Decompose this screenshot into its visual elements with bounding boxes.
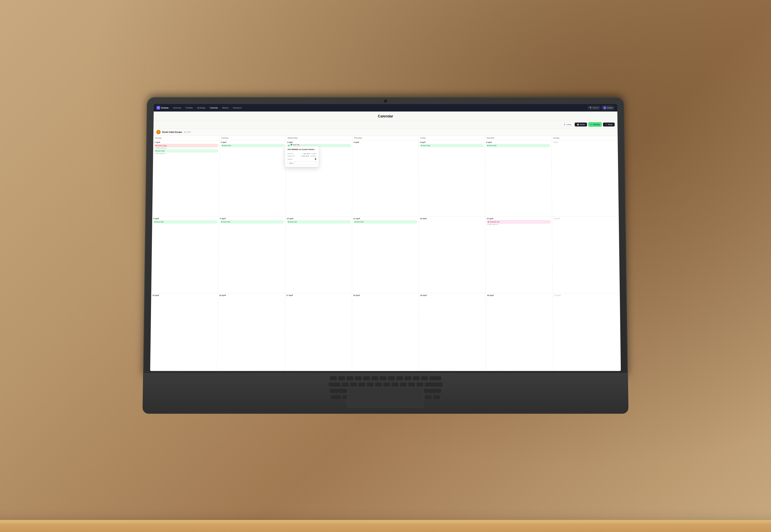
app-chrome: C Cosmo Overview Portfolio Bookings Cale… xyxy=(150,104,621,371)
tooltip-guest-chip: Noah Patel xyxy=(289,143,301,146)
nav-research[interactable]: Research xyxy=(232,106,242,109)
event-noah-11[interactable]: Noah Patel xyxy=(353,220,417,223)
page-title: Calendar xyxy=(154,114,617,118)
key xyxy=(328,382,341,387)
screen-lid: C Cosmo Overview Portfolio Bookings Cale… xyxy=(143,97,628,377)
calendar-container: 🏠 Rustin Cabin Escape Apr 2024 Monday Tu… xyxy=(150,128,621,371)
month-button[interactable]: 📅 Month xyxy=(575,122,587,126)
key xyxy=(350,382,357,387)
tooltip-view-button[interactable]: View ↗ xyxy=(288,161,316,165)
nav-overview[interactable]: Overview xyxy=(172,106,182,109)
logo: C Cosmo xyxy=(156,106,168,110)
tooltip-guests-row: Guests 8 xyxy=(288,158,316,161)
event-noah-2[interactable]: Noah Patel xyxy=(221,144,285,147)
logo-icon: C xyxy=(156,106,160,110)
key xyxy=(330,376,337,380)
week-row-3: 15 April 16 April 17 April xyxy=(150,293,621,371)
event-alexander-13[interactable]: Alexander Smi... xyxy=(487,220,551,223)
key xyxy=(400,382,407,387)
header-wednesday: Wednesday xyxy=(286,136,352,140)
dot xyxy=(421,145,422,146)
key xyxy=(421,376,428,380)
listing-label: Listing xyxy=(566,123,571,125)
dot xyxy=(156,150,157,151)
header-monday: Monday xyxy=(153,136,220,140)
key xyxy=(358,382,365,387)
day-4-april: 4 April xyxy=(352,140,419,216)
week-row-1: 1 April Jackson Nguy... ⊙ 10AM Check Out xyxy=(152,140,619,217)
key xyxy=(342,382,349,387)
nav-calendar[interactable]: Calendar xyxy=(209,106,219,109)
week-row-2: 8 April Noah Patel 9 April xyxy=(151,217,620,294)
key xyxy=(429,376,441,380)
nav-links: Overview Portfolio Bookings Calendar Met… xyxy=(172,106,584,109)
dot xyxy=(155,221,156,222)
search-label: Search xyxy=(593,107,598,109)
header-sunday: Sunday xyxy=(551,136,618,140)
tooltip-checkout-row: Check Out 12 Apr 2024 10:00am xyxy=(288,155,316,157)
wooden-shelf xyxy=(0,520,771,532)
key xyxy=(396,376,403,380)
block-icon: 🚫 xyxy=(605,123,607,125)
key xyxy=(383,382,390,387)
booking-button[interactable]: ＋ Booking xyxy=(588,122,602,127)
booking-tooltip: Noah Patel #CH-0000001 on Cosmo Homes Ch… xyxy=(285,146,319,167)
block-label: Block xyxy=(608,123,613,125)
event-noah-5[interactable]: Noah Patel xyxy=(420,144,484,147)
calendar-icon: 📅 xyxy=(577,123,579,125)
block-button[interactable]: 🚫 Block xyxy=(603,122,615,126)
nav-portfolio[interactable]: Portfolio xyxy=(185,106,194,109)
key xyxy=(375,382,382,387)
header-tuesday: Tuesday xyxy=(220,136,286,140)
key xyxy=(413,376,420,380)
calendar-body: 1 April Jackson Nguy... ⊙ 10AM Check Out xyxy=(150,140,621,371)
key xyxy=(366,382,374,387)
event-noah-1[interactable]: Noah Patel xyxy=(154,149,218,152)
header-saturday: Saturday xyxy=(485,136,552,140)
event-jackson[interactable]: Jackson Nguy... xyxy=(154,144,218,147)
key xyxy=(329,389,348,393)
key xyxy=(416,382,423,387)
search-button[interactable]: 🔍 Search xyxy=(588,106,600,110)
listing-bar: 🏠 Rustin Cabin Escape Apr 2024 xyxy=(153,128,618,136)
event-noah-8[interactable]: Noah Patel xyxy=(153,220,217,223)
dot xyxy=(221,221,222,222)
laptop-body: C Cosmo Overview Portfolio Bookings Cale… xyxy=(143,97,629,414)
dot xyxy=(288,221,289,222)
key xyxy=(379,376,387,380)
day-21-april: 21 April xyxy=(553,293,621,371)
key-row-1 xyxy=(163,376,608,381)
day-16-april: 16 April xyxy=(217,293,285,371)
search-icon: 🔍 xyxy=(589,107,592,109)
event-noah-9[interactable]: Noah Patel xyxy=(220,220,284,223)
user-menu-button[interactable]: Cosmo xyxy=(602,106,614,110)
key xyxy=(404,376,412,380)
dot xyxy=(355,221,356,222)
trackpad[interactable] xyxy=(347,387,424,408)
month-label: Month xyxy=(580,123,585,125)
nav-bookings[interactable]: Bookings xyxy=(196,106,206,109)
event-noah-10[interactable]: Noah Patel xyxy=(287,220,351,223)
event-noah-6[interactable]: Noah Patel xyxy=(486,144,550,147)
day-14-april: 14 April xyxy=(552,217,620,293)
laptop: C Cosmo Overview Portfolio Bookings Cale… xyxy=(142,97,629,438)
key xyxy=(331,395,341,399)
key-row-2 xyxy=(163,382,608,388)
key xyxy=(424,395,432,399)
key xyxy=(423,389,442,393)
key xyxy=(391,382,399,387)
listing-date: Apr 2024 xyxy=(184,131,191,133)
nav-right: 🔍 Search Cosmo xyxy=(588,106,614,110)
day-19-april: 19 April xyxy=(419,293,486,371)
nav-metrics[interactable]: Metrics xyxy=(221,106,229,109)
key xyxy=(388,376,395,380)
keyboard-base xyxy=(143,373,629,414)
listing-button[interactable]: ⊞ Listing xyxy=(562,122,574,126)
dot xyxy=(156,145,157,146)
key xyxy=(371,376,378,380)
day-13-april: 13 April Alexander Smi... ⊙ 3PM Check In… xyxy=(485,217,553,293)
listing-icon: ⊞ xyxy=(564,123,565,125)
key xyxy=(346,376,354,380)
day-17-april: 17 April xyxy=(285,293,352,371)
logo-text: Cosmo xyxy=(161,107,168,109)
